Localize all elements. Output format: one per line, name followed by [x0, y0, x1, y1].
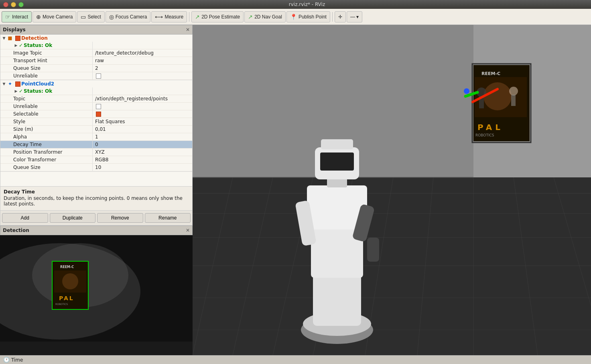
displays-panel-close[interactable]: ✕ [186, 27, 190, 33]
pc2-status-checkmark: ✓ [19, 88, 23, 94]
pc2-status-expand[interactable]: ▶ [13, 88, 19, 94]
left-panel: Displays ✕ ▼ ■ Detection ▶ [0, 25, 193, 355]
pointcloud2-topic-row: Topic /xtion/depth_registered/points [0, 95, 192, 103]
close-button[interactable] [3, 2, 8, 7]
nav-goal-label: 2D Nav Goal [254, 14, 282, 20]
detection-header-row[interactable]: ▼ ■ Detection [0, 35, 192, 42]
move-camera-button[interactable]: ⊕ Move Camera [32, 11, 76, 22]
main-layout: Displays ✕ ▼ ■ Detection ▶ [0, 25, 591, 355]
svg-text:REEM-C: REEM-C [481, 71, 500, 76]
detection-video: REEM-C PAL ROBOTICS [0, 235, 193, 355]
pointcloud2-unreliable-checkbox[interactable] [96, 104, 101, 109]
detection-image-topic-label: Image Topic [0, 49, 93, 57]
focus-camera-label: Focus Camera [116, 14, 147, 20]
remove-button[interactable]: Remove [97, 213, 143, 223]
svg-point-42 [464, 88, 469, 94]
detection-queue-size-value[interactable]: 2 [93, 65, 192, 71]
detection-unreliable-value [93, 73, 192, 79]
detection-expand-icon[interactable]: ▼ [1, 35, 7, 41]
pointcloud2-alpha-value[interactable]: 1 [93, 134, 192, 140]
pointcloud2-selectable-row: Selectable [0, 110, 192, 118]
select-icon: ▭ [81, 14, 86, 20]
detection-queue-size-label: Queue Size [0, 65, 93, 72]
pointcloud2-size-value[interactable]: 0,01 [93, 126, 192, 132]
pointcloud2-style-row: Style Flat Squares [0, 118, 192, 126]
pointcloud2-style-value[interactable]: Flat Squares [93, 118, 192, 125]
add-toolbar-button[interactable]: ✛ [335, 11, 346, 22]
displays-panel-header: Displays ✕ [0, 25, 193, 35]
add-button[interactable]: Add [2, 213, 48, 223]
rename-button[interactable]: Rename [145, 213, 191, 223]
detection-checkbox[interactable] [15, 36, 20, 41]
select-button[interactable]: ▭ Select [77, 11, 104, 22]
interact-button[interactable]: ☞ Interact [2, 11, 32, 22]
svg-text:ROBOTICS: ROBOTICS [55, 303, 68, 305]
viewport[interactable]: REEM-C PAL ROBOTICS [193, 25, 591, 355]
pointcloud2-label: PointCloud2 [21, 81, 54, 87]
pointcloud2-decay-time-value[interactable]: 0 [93, 141, 192, 148]
detection-queue-size-row: Queue Size 2 [0, 65, 192, 72]
publish-point-icon: 📍 [290, 14, 297, 20]
pointcloud2-unreliable-value [93, 103, 192, 110]
toolbar: ☞ Interact ⊕ Move Camera ▭ Select ◎ Focu… [0, 9, 591, 25]
duplicate-button[interactable]: Duplicate [50, 213, 96, 223]
maximize-button[interactable] [18, 2, 24, 7]
pointcloud2-expand-icon[interactable]: ▼ [1, 81, 7, 87]
pointcloud2-pos-transformer-label: Position Transformer [0, 148, 93, 156]
time-icon: 🕐 [3, 357, 10, 363]
viewport-svg: REEM-C PAL ROBOTICS [193, 25, 591, 355]
pointcloud2-selectable-value [93, 111, 192, 117]
detection-status-label: ▶ ✓ Status: Ok [0, 42, 93, 49]
toolbar-separator-2 [332, 12, 333, 22]
focus-camera-button[interactable]: ◎ Focus Camera [106, 11, 151, 22]
minimize-button[interactable] [11, 2, 16, 7]
pointcloud2-alpha-row: Alpha 1 [0, 133, 192, 141]
svg-point-33 [483, 82, 512, 110]
svg-rect-53 [321, 139, 353, 149]
description-area: Decay Time Duration, in seconds, to keep… [0, 187, 193, 211]
detection-unreliable-row: Unreliable [0, 72, 192, 80]
nav-goal-button[interactable]: ↗ 2D Nav Goal [244, 11, 286, 22]
pointcloud2-checkbox[interactable] [15, 81, 20, 87]
pointcloud2-topic-value[interactable]: /xtion/depth_registered/points [93, 96, 192, 102]
status-expand[interactable]: ▶ [13, 43, 19, 48]
detection-unreliable-checkbox[interactable] [96, 73, 101, 79]
select-label: Select [87, 14, 101, 20]
svg-rect-54 [320, 153, 354, 171]
more-button[interactable]: — ▾ [347, 11, 362, 22]
buttons-row: Add Duplicate Remove Rename [0, 211, 193, 226]
pointcloud2-status-empty [93, 91, 192, 92]
description-title: Decay Time [4, 189, 189, 195]
detection-status-value: Status: Ok [24, 43, 52, 48]
pointcloud2-pos-transformer-value[interactable]: XYZ [93, 149, 192, 155]
detection-section: ▼ ■ Detection ▶ ✓ Status: Ok [0, 35, 192, 80]
pointcloud2-color-transformer-value[interactable]: RGB8 [93, 157, 192, 163]
statusbar: 🕐 Time [0, 355, 591, 364]
pointcloud2-selectable-checkbox[interactable] [96, 112, 101, 117]
svg-text:PAL: PAL [477, 122, 504, 132]
publish-point-button[interactable]: 📍 Publish Point [286, 11, 330, 22]
pointcloud2-header-row[interactable]: ▼ ✦ PointCloud2 [0, 80, 192, 87]
add-toolbar-icon: ✛ [338, 14, 342, 20]
detection-subpanel-close[interactable]: ✕ [186, 228, 190, 233]
pose-estimate-button[interactable]: ↗ 2D Pose Estimate [191, 11, 244, 22]
pointcloud2-topic-label: Topic [0, 95, 93, 102]
pointcloud2-style-label: Style [0, 118, 93, 125]
detection-transport-hint-value[interactable]: raw [93, 57, 192, 64]
pointcloud2-size-label: Size (m) [0, 126, 93, 133]
svg-rect-50 [367, 238, 379, 262]
detection-type-icon: ■ [7, 35, 13, 41]
nav-goal-icon: ↗ [248, 14, 253, 20]
detection-label: Detection [21, 35, 48, 41]
displays-content[interactable]: ▼ ■ Detection ▶ ✓ Status: Ok [0, 35, 193, 187]
detection-image-topic-value[interactable]: /texture_detector/debug [93, 50, 192, 56]
pointcloud2-size-row: Size (m) 0,01 [0, 126, 192, 133]
pointcloud2-queue-size-value[interactable]: 10 [93, 164, 192, 171]
pointcloud2-queue-size-label: Queue Size [0, 164, 93, 171]
pointcloud2-color-transformer-row: Color Transformer RGB8 [0, 156, 192, 164]
pointcloud2-decay-time-row[interactable]: Decay Time 0 [0, 141, 192, 148]
move-camera-icon: ⊕ [36, 14, 41, 20]
pointcloud2-selectable-label: Selectable [0, 110, 93, 118]
measure-button[interactable]: ⟷ Measure [151, 11, 187, 22]
status-checkmark: ✓ [19, 43, 23, 48]
